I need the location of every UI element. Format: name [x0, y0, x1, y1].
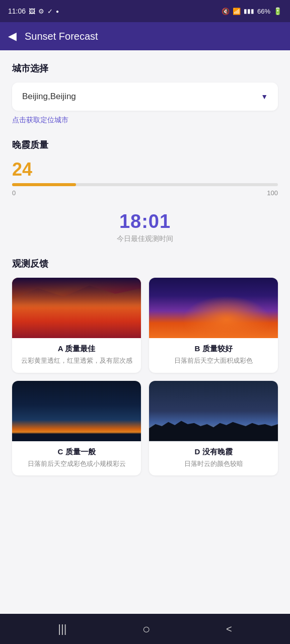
- feedback-info-c: C 质量一般 日落前后天空成彩色或小规模彩云: [12, 441, 141, 476]
- dropdown-arrow-icon: ▼: [261, 93, 268, 101]
- progress-max: 100: [267, 189, 278, 197]
- feedback-card-c[interactable]: C 质量一般 日落前后天空成彩色或小规模彩云: [12, 381, 141, 476]
- feedback-section-title: 观测反馈: [12, 258, 278, 270]
- locate-city-link[interactable]: 点击获取定位城市: [12, 116, 68, 125]
- app-title: Sunset Forecast: [25, 31, 98, 42]
- time-section: 18:01 今日最佳观测时间: [12, 211, 278, 244]
- feedback-grid: A 质量最佳 云彩黄里透红，红里透紫，及有层次感 B 质量较好 日落前后天空大面…: [12, 278, 278, 475]
- feedback-card-b[interactable]: B 质量较好 日落前后天空大面积成彩色: [149, 278, 278, 373]
- mute-icon: 🔇: [222, 8, 230, 15]
- progress-min: 0: [12, 189, 16, 197]
- city-section-title: 城市选择: [12, 62, 278, 74]
- status-bar: 11:06 🖼 ⚙ ✓ ● 🔇 📶 ▮▮▮ 66% 🔋: [0, 0, 290, 22]
- status-time-area: 11:06 🖼 ⚙ ✓ ●: [8, 7, 59, 15]
- quality-value: 24: [12, 159, 278, 180]
- city-dropdown[interactable]: Beijing,Beijing ▼: [12, 83, 278, 111]
- feedback-desc-c: 日落前后天空成彩色或小规模彩云: [19, 459, 134, 469]
- progress-labels: 0 100: [12, 189, 278, 197]
- battery-icon: 🔋: [273, 7, 282, 15]
- city-section: 城市选择 Beijing,Beijing ▼ 点击获取定位城市: [12, 62, 278, 125]
- status-photo-icon: 🖼: [29, 8, 35, 15]
- back-nav-icon[interactable]: <: [226, 623, 232, 635]
- feedback-image-d: [149, 381, 278, 441]
- feedback-desc-b: 日落前后天空大面积成彩色: [156, 356, 271, 366]
- feedback-desc-a: 云彩黄里透红，红里透紫，及有层次感: [19, 356, 134, 366]
- feedback-card-d[interactable]: D 没有晚霞 日落时云的颜色较暗: [149, 381, 278, 476]
- feedback-info-a: A 质量最佳 云彩黄里透红，红里透紫，及有层次感: [12, 338, 141, 373]
- menu-nav-icon[interactable]: |||: [58, 622, 66, 635]
- time-label: 今日最佳观测时间: [12, 234, 278, 244]
- quality-progress-fill: [12, 183, 76, 186]
- battery-label: 66%: [257, 8, 270, 15]
- status-check-icon: ✓: [47, 8, 53, 15]
- feedback-info-d: D 没有晚霞 日落时云的颜色较暗: [149, 441, 278, 476]
- home-nav-icon[interactable]: ○: [142, 621, 151, 637]
- feedback-image-b: [149, 278, 278, 338]
- quality-section: 晚霞质量 24 0 100: [12, 139, 278, 197]
- selected-city: Beijing,Beijing: [22, 92, 76, 102]
- top-app-bar: ◀ Sunset Forecast: [0, 22, 290, 50]
- quality-section-title: 晚霞质量: [12, 139, 278, 151]
- feedback-grade-a: A 质量最佳: [19, 344, 134, 354]
- feedback-grade-b: B 质量较好: [156, 344, 271, 354]
- feedback-info-b: B 质量较好 日落前后天空大面积成彩色: [149, 338, 278, 373]
- bottom-nav: ||| ○ <: [0, 614, 290, 644]
- feedback-card-a[interactable]: A 质量最佳 云彩黄里透红，红里透紫，及有层次感: [12, 278, 141, 373]
- status-time: 11:06: [8, 7, 26, 15]
- feedback-grade-c: C 质量一般: [19, 447, 134, 457]
- status-icons-area: 🔇 📶 ▮▮▮ 66% 🔋: [222, 7, 282, 15]
- feedback-grade-d: D 没有晚霞: [156, 447, 271, 457]
- feedback-desc-d: 日落时云的颜色较暗: [156, 459, 271, 469]
- feedback-image-a: [12, 278, 141, 338]
- best-time-value: 18:01: [12, 211, 278, 232]
- quality-progress-bar: [12, 183, 278, 186]
- main-content: 城市选择 Beijing,Beijing ▼ 点击获取定位城市 晚霞质量 24 …: [0, 50, 290, 614]
- wifi-icon: 📶: [233, 8, 241, 15]
- status-chrome-icon: ⚙: [38, 8, 44, 15]
- signal-icon: ▮▮▮: [244, 8, 254, 15]
- back-button[interactable]: ◀: [8, 30, 17, 43]
- feedback-image-c: [12, 381, 141, 441]
- status-dot: ●: [56, 9, 59, 14]
- feedback-section: 观测反馈 A 质量最佳 云彩黄里透红，红里透紫，及有层次感 B 质量较好 日落前…: [12, 258, 278, 475]
